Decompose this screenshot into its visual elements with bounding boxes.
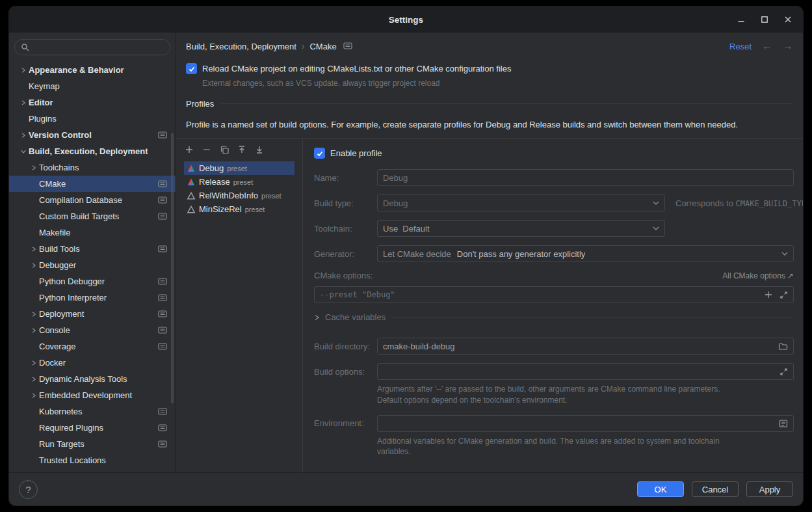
sidebar-item-keymap[interactable]: Keymap xyxy=(9,78,176,94)
sidebar-item-label: CMake xyxy=(39,179,66,189)
editor-hint-icon xyxy=(158,213,168,221)
sidebar-item-deployment[interactable]: Deployment xyxy=(9,306,176,322)
sidebar-item-coverage[interactable]: Coverage xyxy=(9,338,176,355)
sidebar-item-label: Appearance & Behavior xyxy=(29,65,124,75)
profile-item-minsizerel[interactable]: MinSizeRelpreset xyxy=(184,202,295,216)
forward-arrow-icon[interactable]: → xyxy=(783,41,793,51)
profile-item-release[interactable]: Releasepreset xyxy=(184,175,295,189)
sidebar-item-version-control[interactable]: Version Control xyxy=(9,127,176,143)
chevron-right-icon[interactable] xyxy=(18,100,29,106)
close-icon[interactable] xyxy=(783,15,792,24)
move-down-button[interactable] xyxy=(254,144,265,155)
sidebar-item-label: Deployment xyxy=(39,309,84,319)
sidebar-item-custom-build-targets[interactable]: Custom Build Targets xyxy=(9,208,176,224)
chevron-down-icon xyxy=(648,226,659,230)
sidebar-item-label: Python Interpreter xyxy=(39,293,107,303)
maximize-icon[interactable] xyxy=(760,15,769,24)
chevron-right-icon[interactable] xyxy=(29,360,39,366)
chevron-right-icon[interactable] xyxy=(29,165,39,171)
copy-profile-button[interactable] xyxy=(219,144,229,155)
chevron-right-icon[interactable] xyxy=(29,327,39,334)
settings-search-box[interactable] xyxy=(14,39,170,55)
sidebar-scrollbar[interactable] xyxy=(171,133,174,403)
toolchain-select[interactable]: Use Default xyxy=(377,220,665,237)
folder-icon[interactable] xyxy=(778,342,788,351)
sidebar-item-build-execution-deployment[interactable]: Build, Execution, Deployment xyxy=(9,143,176,159)
profile-form: Enable profile Name: Debug Build type: D… xyxy=(303,139,803,472)
build-options-icons xyxy=(779,368,788,376)
sidebar-item-embedded-development[interactable]: Embedded Development xyxy=(9,387,176,403)
build-options-input[interactable] xyxy=(377,363,794,380)
add-option-icon[interactable] xyxy=(765,291,772,299)
chevron-right-icon[interactable] xyxy=(29,262,39,269)
sidebar-item-python-interpreter[interactable]: Python Interpreter xyxy=(9,290,176,306)
enable-profile-checkbox[interactable] xyxy=(314,148,325,159)
build-directory-input[interactable]: cmake-build-debug xyxy=(377,338,794,355)
back-arrow-icon[interactable]: ← xyxy=(762,41,772,51)
apply-button[interactable]: Apply xyxy=(746,481,793,497)
chevron-right-icon[interactable] xyxy=(29,311,39,317)
environment-variables-icon[interactable] xyxy=(779,419,788,428)
sidebar-item-build-tools[interactable]: Build Tools xyxy=(9,241,176,257)
all-cmake-options-link[interactable]: All CMake options↗ xyxy=(722,271,794,280)
cmake-options-input[interactable]: --preset "Debug" xyxy=(314,286,794,303)
sidebar-item-python-debugger[interactable]: Python Debugger xyxy=(9,273,176,290)
chevron-right-icon[interactable] xyxy=(29,392,39,399)
ok-button[interactable]: OK xyxy=(637,481,684,497)
breadcrumb-item[interactable]: Build, Execution, Deployment xyxy=(186,42,296,51)
sidebar-item-trusted-locations[interactable]: Trusted Locations xyxy=(9,452,176,468)
environment-input[interactable] xyxy=(377,415,794,432)
profile-item-debug[interactable]: Debugpreset xyxy=(184,161,295,175)
build-type-select[interactable]: Debug xyxy=(377,195,665,211)
profile-suffix: preset xyxy=(261,192,282,200)
cancel-button[interactable]: Cancel xyxy=(692,481,739,497)
sidebar-item-required-plugins[interactable]: Required Plugins xyxy=(9,420,176,436)
sidebar-item-label: Dynamic Analysis Tools xyxy=(39,374,127,384)
chevron-down-icon[interactable] xyxy=(18,148,29,155)
reload-cmake-checkbox[interactable] xyxy=(186,63,197,74)
sidebar-item-run-targets[interactable]: Run Targets xyxy=(9,436,176,452)
add-profile-button[interactable] xyxy=(184,144,194,155)
move-up-button[interactable] xyxy=(237,144,247,155)
sidebar-item-debugger[interactable]: Debugger xyxy=(9,257,176,273)
chevron-right-icon[interactable] xyxy=(18,67,29,74)
chevron-right-icon xyxy=(314,314,320,321)
generator-select[interactable]: Let CMake decide Don't pass any generato… xyxy=(377,245,794,262)
sidebar-item-appearance-behavior[interactable]: Appearance & Behavior xyxy=(9,62,176,78)
sidebar-item-cmake[interactable]: CMake xyxy=(9,176,176,192)
sidebar-item-label: Toolchains xyxy=(39,163,79,172)
expand-field-icon[interactable] xyxy=(779,368,788,376)
cmake-profile-icon xyxy=(187,205,196,214)
editor-hint-icon xyxy=(158,180,168,188)
reset-button[interactable]: Reset xyxy=(729,42,752,51)
editor-hint-icon xyxy=(158,278,168,286)
search-input[interactable] xyxy=(33,42,164,53)
sidebar-item-console[interactable]: Console xyxy=(9,322,176,338)
name-row: Name: Debug xyxy=(314,169,794,186)
remove-profile-button[interactable] xyxy=(202,144,212,155)
minimize-icon[interactable] xyxy=(737,15,746,24)
chevron-right-icon[interactable] xyxy=(29,376,39,383)
cache-variables-toggle[interactable]: Cache variables xyxy=(314,312,794,322)
sidebar-item-compilation-database[interactable]: Compilation Database xyxy=(9,192,176,208)
help-button[interactable]: ? xyxy=(19,480,38,499)
chevron-right-icon[interactable] xyxy=(29,246,39,252)
sidebar-item-dynamic-analysis-tools[interactable]: Dynamic Analysis Tools xyxy=(9,371,176,387)
sidebar-item-toolchains[interactable]: Toolchains xyxy=(9,159,176,176)
name-input[interactable]: Debug xyxy=(377,169,794,186)
cmake-profile-icon xyxy=(187,191,196,200)
sidebar-item-docker[interactable]: Docker xyxy=(9,355,176,371)
sidebar-item-label: Editor xyxy=(29,98,53,107)
sidebar-item-plugins[interactable]: Plugins xyxy=(9,111,176,127)
generator-label: Generator: xyxy=(314,249,377,259)
build-type-label: Build type: xyxy=(314,198,377,208)
profile-item-relwithdebinfo[interactable]: RelWithDebInfopreset xyxy=(184,189,295,202)
sidebar-item-label: Custom Build Targets xyxy=(39,211,119,221)
build-type-row: Build type: Debug Corresponds to CMAKE_B… xyxy=(314,195,794,211)
expand-field-icon[interactable] xyxy=(779,291,788,299)
profile-suffix: preset xyxy=(227,165,247,172)
sidebar-item-kubernetes[interactable]: Kubernetes xyxy=(9,403,176,420)
sidebar-item-editor[interactable]: Editor xyxy=(9,94,176,111)
chevron-right-icon[interactable] xyxy=(18,132,29,139)
sidebar-item-makefile[interactable]: Makefile xyxy=(9,224,176,241)
